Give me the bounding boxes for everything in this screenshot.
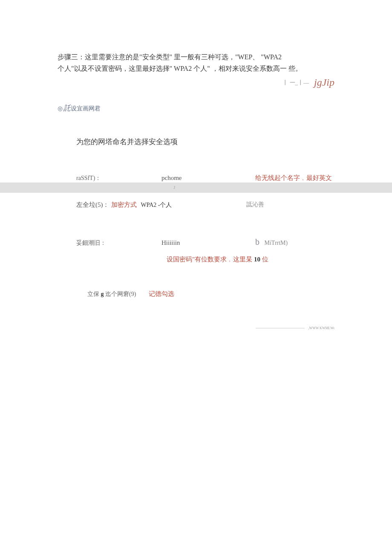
password-note: 设国密码"有位数要求﹐这里杲 10 位 (167, 255, 334, 264)
ssid-annotation: 给无线起个名字﹐最好英文 (255, 174, 332, 182)
password-note-bold: 10 (254, 256, 260, 263)
decoration-word: jgJip (314, 77, 334, 88)
password-label: 妥鈿潮旧： (76, 239, 161, 247)
security-row: 左全垃(5)： 加密方式 WPA2 -个人 詆沁善 (76, 201, 334, 209)
header-italic-text: 託 (63, 103, 71, 113)
save-prefix: 立保 (87, 291, 101, 297)
save-annotation: 记德勾选 (149, 290, 174, 298)
b-letter-icon: b (255, 237, 259, 246)
section-title: 为您的网塔命名并选择安全选项 (76, 137, 334, 147)
save-g: g (101, 291, 104, 297)
password-note-suffix: 位 (260, 256, 268, 263)
ssid-value[interactable]: pchome (161, 174, 255, 182)
password-right-group: b MiTrrtM) (255, 237, 288, 247)
save-network-row: 立保 g 迄个网窘(9) 记德勾选 (87, 290, 334, 298)
security-label: 左全垃(5)： (76, 201, 110, 209)
footer-line (256, 328, 305, 328)
security-annotation-inline: 加密方式 (111, 201, 137, 209)
intro-paragraph: 步骤三：这里需要注意的是"安全类型" 里一般有三种可选，"WEP、 "WPA2 … (58, 51, 334, 74)
gray-band-char: J (173, 185, 175, 190)
dialog-header: ◎ 託 设宜画网君 (58, 103, 334, 113)
footer-watermark: ,WWW KWMI.Wt (308, 326, 334, 330)
header-rest-text: 设宜画网君 (71, 105, 101, 113)
decoration-marks: 丨 一_丨— (282, 79, 309, 86)
intro-line-1: 步骤三：这里需要注意的是"安全类型" 里一般有三种可选，"WEP、 "WPA2 (58, 53, 282, 61)
password-note-prefix: 设国密码"有位数要求﹐这里杲 (167, 256, 254, 263)
ssid-label: raSSfT)： (76, 174, 161, 182)
target-icon: ◎ (58, 105, 63, 112)
save-middle: 迄个网窘(9) (104, 291, 136, 297)
password-right-text: MiTrrtM) (265, 240, 288, 246)
intro-line-2: 个人"以及不设置密码，这里最好选择" WPA2 个人" ，相对来说安全系数高一 … (58, 65, 302, 72)
gray-band: J (0, 183, 392, 193)
decoration-row: 丨 一_丨— jgJip (58, 77, 334, 88)
save-network-label: 立保 g 迄个网窘(9) (87, 290, 136, 298)
password-row: 妥鈿潮旧： Hiiiiiin b MiTrrtM) (76, 237, 334, 247)
security-value[interactable]: WPA2 -个人 (141, 201, 172, 209)
security-right-text: 詆沁善 (246, 201, 264, 209)
ssid-row: raSSfT)： pchome 给无线起个名字﹐最好英文 (76, 174, 334, 182)
password-value[interactable]: Hiiiiiin (161, 239, 255, 246)
